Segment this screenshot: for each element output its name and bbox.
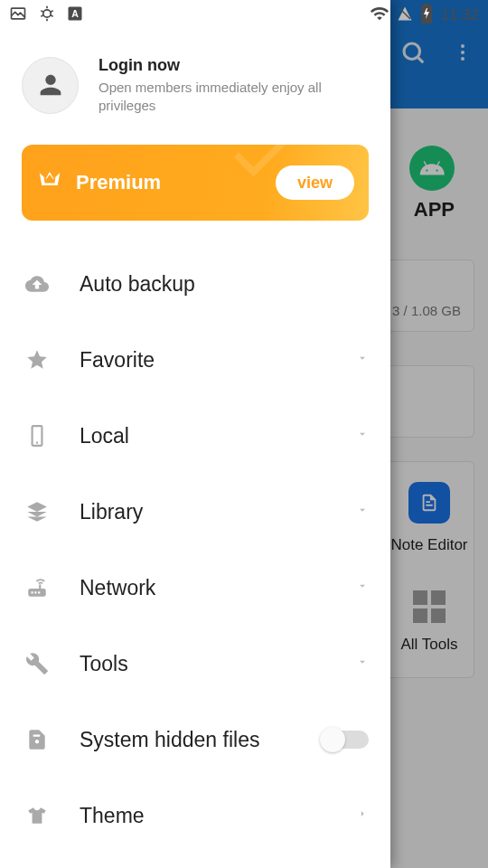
- svg-point-8: [43, 10, 51, 17]
- svg-rect-19: [424, 4, 429, 5]
- crown-icon: [36, 167, 63, 198]
- tshirt-icon: [25, 804, 49, 827]
- chevron-right-icon: [356, 807, 369, 824]
- menu-label: Local: [80, 424, 325, 448]
- menu-label: Library: [80, 500, 325, 524]
- status-right-icons: 11:32: [370, 4, 479, 27]
- battery-charging-icon: [420, 4, 433, 27]
- menu-item-library[interactable]: Library: [0, 474, 390, 550]
- menu-item-network[interactable]: Network: [0, 550, 390, 626]
- cloud-backup-icon: [25, 272, 49, 296]
- menu-label: Favorite: [80, 348, 325, 373]
- menu-item-favorite[interactable]: Favorite: [0, 322, 390, 398]
- svg-text:A: A: [71, 8, 79, 19]
- status-bar: A 11:32: [0, 0, 488, 31]
- svg-line-13: [41, 15, 43, 17]
- svg-line-11: [41, 11, 43, 13]
- layers-icon: [25, 500, 49, 524]
- menu-label: Network: [80, 576, 325, 600]
- a-icon: A: [67, 5, 83, 25]
- drawer-menu: Auto backup Favorite Local Library: [0, 235, 390, 854]
- file-settings-icon: [25, 728, 49, 751]
- avatar: [22, 57, 79, 114]
- router-icon: [25, 576, 49, 599]
- phone-icon: [25, 424, 49, 448]
- login-title: Login now: [99, 56, 369, 75]
- svg-line-14: [51, 15, 52, 17]
- menu-label: Tools: [80, 652, 325, 676]
- star-icon: [25, 348, 49, 372]
- image-icon: [9, 5, 27, 26]
- menu-item-local[interactable]: Local: [0, 398, 390, 474]
- svg-line-12: [51, 11, 52, 13]
- status-left-icons: A: [9, 5, 83, 26]
- wrench-icon: [25, 652, 49, 675]
- chevron-down-icon: [356, 504, 369, 520]
- no-sim-icon: [397, 5, 413, 25]
- chevron-down-icon: [356, 428, 369, 444]
- wifi-icon: [370, 4, 389, 27]
- menu-item-system-hidden-files[interactable]: System hidden files: [0, 702, 390, 778]
- chevron-down-icon: [356, 352, 369, 368]
- toggle-knob: [320, 727, 345, 752]
- menu-label: System hidden files: [80, 728, 291, 752]
- bug-icon: [38, 5, 56, 26]
- login-text: Login now Open members immediately enjoy…: [99, 56, 369, 114]
- hidden-files-toggle[interactable]: [322, 731, 369, 749]
- menu-label: Auto backup: [80, 272, 369, 297]
- login-section[interactable]: Login now Open members immediately enjoy…: [0, 31, 390, 130]
- status-time: 11:32: [440, 6, 479, 24]
- menu-item-tools[interactable]: Tools: [0, 626, 390, 702]
- menu-item-auto-backup[interactable]: Auto backup: [0, 246, 390, 322]
- chevron-down-icon: [356, 656, 369, 672]
- login-subtitle: Open members immediately enjoy all privi…: [99, 79, 369, 114]
- menu-label: Theme: [80, 804, 325, 828]
- chevron-down-icon: [356, 580, 369, 596]
- premium-label: Premium: [76, 171, 276, 194]
- menu-item-theme[interactable]: Theme: [0, 778, 390, 854]
- premium-banner[interactable]: Premium view: [22, 145, 369, 221]
- premium-view-button[interactable]: view: [276, 165, 354, 200]
- navigation-drawer: Login now Open members immediately enjoy…: [0, 0, 390, 868]
